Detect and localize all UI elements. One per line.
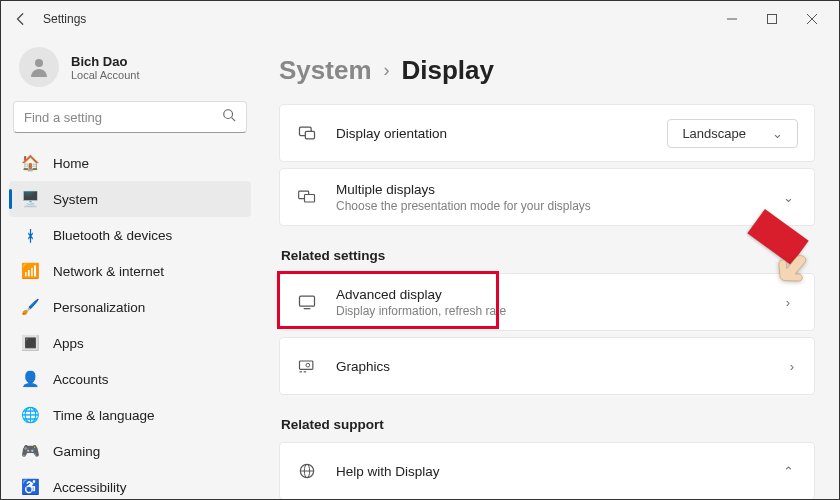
row-title: Multiple displays: [336, 182, 779, 197]
brush-icon: 🖌️: [21, 298, 39, 316]
row-title: Display orientation: [336, 126, 667, 141]
chevron-up-icon: ⌃: [779, 464, 798, 479]
svg-rect-8: [305, 195, 315, 203]
chevron-right-icon: ›: [782, 295, 794, 310]
nav-label: Accessibility: [53, 480, 127, 495]
chevron-right-icon: ›: [786, 359, 798, 374]
row-multiple-displays[interactable]: Multiple displays Choose the presentatio…: [279, 168, 815, 226]
nav-label: System: [53, 192, 98, 207]
section-related-support: Related support: [279, 401, 815, 442]
avatar: [19, 47, 59, 87]
titlebar: Settings: [1, 1, 839, 37]
user-name: Bich Dao: [71, 54, 140, 69]
nav-item-time-language[interactable]: 🌐Time & language: [9, 397, 251, 433]
chevron-down-icon: ⌄: [779, 190, 798, 205]
accessibility-icon: ♿: [21, 478, 39, 496]
nav-item-personalization[interactable]: 🖌️Personalization: [9, 289, 251, 325]
monitor-icon: [296, 291, 318, 313]
chevron-right-icon: ›: [384, 60, 390, 81]
row-title: Graphics: [336, 359, 786, 374]
system-icon: 🖥️: [21, 190, 39, 208]
accounts-icon: 👤: [21, 370, 39, 388]
nav-item-bluetooth[interactable]: ᚼBluetooth & devices: [9, 217, 251, 253]
nav-label: Network & internet: [53, 264, 164, 279]
time-language-icon: 🌐: [21, 406, 39, 424]
chevron-down-icon: ⌄: [768, 126, 787, 141]
user-account-type: Local Account: [71, 69, 140, 81]
nav-label: Bluetooth & devices: [53, 228, 172, 243]
nav-label: Apps: [53, 336, 84, 351]
nav-label: Home: [53, 156, 89, 171]
row-help-with-display[interactable]: Help with Display ⌃: [279, 442, 815, 500]
row-display-orientation[interactable]: Display orientation Landscape ⌄: [279, 104, 815, 162]
search-icon: [222, 108, 236, 126]
gaming-icon: 🎮: [21, 442, 39, 460]
orientation-value: Landscape: [682, 126, 746, 141]
nav-item-accounts[interactable]: 👤Accounts: [9, 361, 251, 397]
breadcrumb-current: Display: [402, 55, 495, 86]
nav-label: Gaming: [53, 444, 100, 459]
section-related-settings: Related settings: [279, 232, 815, 273]
nav-item-accessibility[interactable]: ♿Accessibility: [9, 469, 251, 500]
window-title: Settings: [43, 12, 713, 26]
svg-point-12: [306, 363, 310, 367]
gpu-icon: [296, 355, 318, 377]
svg-point-2: [35, 59, 43, 67]
orientation-icon: [296, 122, 318, 144]
nav-list: 🏠Home 🖥️System ᚼBluetooth & devices 📶Net…: [9, 145, 251, 500]
row-sub: Choose the presentation mode for your di…: [336, 199, 779, 213]
nav-label: Time & language: [53, 408, 155, 423]
globe-icon: [296, 460, 318, 482]
back-button[interactable]: [9, 7, 33, 31]
nav-item-home[interactable]: 🏠Home: [9, 145, 251, 181]
apps-icon: 🔳: [21, 334, 39, 352]
minimize-button[interactable]: [713, 5, 751, 33]
row-graphics[interactable]: Graphics ›: [279, 337, 815, 395]
svg-rect-1: [768, 15, 777, 24]
wifi-icon: 📶: [21, 262, 39, 280]
profile-block[interactable]: Bich Dao Local Account: [9, 41, 251, 101]
content-pane: System › Display Display orientation Lan…: [259, 37, 839, 500]
multiple-displays-icon: [296, 186, 318, 208]
svg-rect-9: [300, 296, 315, 306]
search-box[interactable]: [13, 101, 247, 133]
orientation-select[interactable]: Landscape ⌄: [667, 119, 798, 148]
breadcrumb: System › Display: [279, 49, 815, 104]
bluetooth-icon: ᚼ: [21, 226, 39, 244]
nav-item-system[interactable]: 🖥️System: [9, 181, 251, 217]
home-icon: 🏠: [21, 154, 39, 172]
nav-label: Accounts: [53, 372, 109, 387]
nav-label: Personalization: [53, 300, 145, 315]
row-title: Help with Display: [336, 464, 779, 479]
row-title: Advanced display: [336, 287, 782, 302]
svg-point-3: [224, 110, 233, 119]
nav-item-gaming[interactable]: 🎮Gaming: [9, 433, 251, 469]
maximize-button[interactable]: [753, 5, 791, 33]
nav-item-apps[interactable]: 🔳Apps: [9, 325, 251, 361]
svg-line-4: [232, 118, 236, 122]
breadcrumb-parent[interactable]: System: [279, 55, 372, 86]
search-input[interactable]: [24, 110, 222, 125]
row-advanced-display[interactable]: Advanced display Display information, re…: [279, 273, 815, 331]
svg-rect-6: [305, 131, 314, 139]
sidebar: Bich Dao Local Account 🏠Home 🖥️System ᚼB…: [1, 37, 259, 500]
row-sub: Display information, refresh rate: [336, 304, 782, 318]
close-button[interactable]: [793, 5, 831, 33]
nav-item-network[interactable]: 📶Network & internet: [9, 253, 251, 289]
